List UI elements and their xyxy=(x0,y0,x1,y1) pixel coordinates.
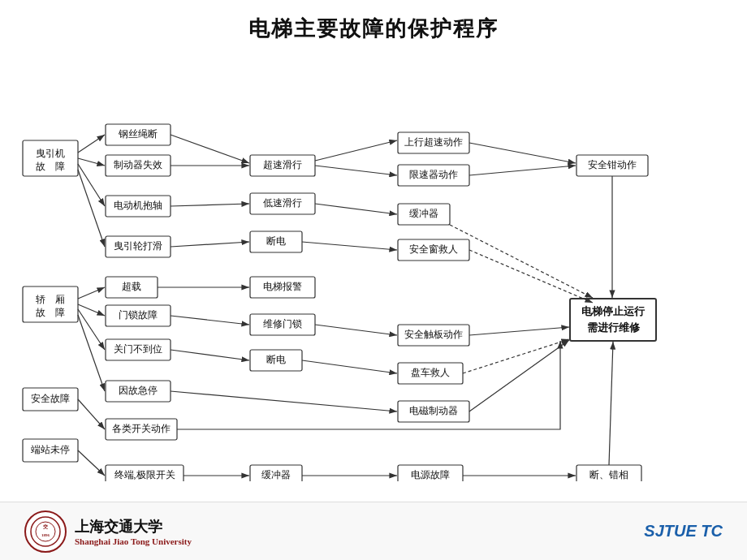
arrow-cabin-to-doorlock xyxy=(78,304,105,316)
box-low-speed: 低速滑行 xyxy=(250,193,315,214)
arrow-traction-to-wire xyxy=(78,135,105,153)
box-traction-fault: 曳引机 故 障 xyxy=(23,140,78,176)
arrow-doorlock-to-maintlock xyxy=(171,316,249,325)
box-governor: 限速器动作 xyxy=(398,165,469,186)
box-traction-slip: 曳引轮打滑 xyxy=(106,236,171,257)
box-door-not-closed: 关门不到位 xyxy=(106,339,171,360)
arrow-overspeed-to-governor xyxy=(315,166,397,175)
svg-text:1896: 1896 xyxy=(41,533,50,537)
svg-text:电梯停止运行: 电梯停止运行 xyxy=(581,305,646,317)
arrow-slip-to-powercut xyxy=(171,242,249,247)
box-terminal-stop: 端站未停 xyxy=(23,439,78,462)
svg-text:安全窗救人: 安全窗救人 xyxy=(409,243,458,255)
box-overspeed: 超速滑行 xyxy=(250,155,315,176)
logo-en-text: Shanghai Jiao Tong University xyxy=(75,536,192,546)
page: 电梯主要故障的保护程序 曳引机 故 障 轿 厢 故 障 xyxy=(0,0,747,560)
svg-text:钢丝绳断: 钢丝绳断 xyxy=(118,128,158,140)
box-brake-fail: 制动器失效 xyxy=(106,155,171,176)
arrow-safetypad-to-stop xyxy=(469,327,569,335)
svg-text:断、错相: 断、错相 xyxy=(589,469,628,480)
box-disk-car: 盘车救人 xyxy=(398,363,463,384)
arrow-buffer1-to-stop xyxy=(450,225,593,298)
svg-text:电动机抱轴: 电动机抱轴 xyxy=(114,200,162,211)
arrow-doornotclosed-to-powercut2 xyxy=(171,350,249,360)
arrow-emergencystop-to-emagbrake xyxy=(171,391,397,411)
svg-text:安全钳动作: 安全钳动作 xyxy=(588,159,637,170)
svg-text:各类开关动作: 各类开关动作 xyxy=(112,423,171,434)
box-stop-repair: 电梯停止运行 需进行维修 xyxy=(570,299,656,341)
box-emag-brake: 电磁制动器 xyxy=(398,401,469,422)
svg-text:故　障: 故 障 xyxy=(36,307,65,318)
box-wire-break: 钢丝绳断 xyxy=(106,124,171,145)
arrow-cabin-to-emergencystop xyxy=(78,315,105,391)
svg-text:断电: 断电 xyxy=(266,354,286,365)
svg-text:需进行维修: 需进行维修 xyxy=(587,321,641,334)
box-safety-fault: 安全故障 xyxy=(23,388,78,411)
box-power-cut2: 断电 xyxy=(250,350,302,371)
svg-text:安全触板动作: 安全触板动作 xyxy=(404,329,463,340)
logo-svg: 交 1896 xyxy=(29,515,62,548)
arrow-upspeed-to-clamp xyxy=(469,143,576,163)
svg-text:缓冲器: 缓冲器 xyxy=(261,469,291,480)
box-safety-window: 安全窗救人 xyxy=(398,239,469,261)
box-door-lock: 门锁故障 xyxy=(106,305,171,326)
svg-text:断电: 断电 xyxy=(266,235,286,247)
arrow-traction-to-motor xyxy=(78,164,105,206)
svg-text:超载: 超载 xyxy=(122,281,141,292)
arrow-maintlock-to-safetypad xyxy=(315,325,397,335)
box-cabin-fault: 轿 厢 故 障 xyxy=(23,286,78,322)
svg-text:电磁制动器: 电磁制动器 xyxy=(409,405,458,416)
arrow-emagbrake-to-stop xyxy=(469,340,569,411)
svg-text:制动器失效: 制动器失效 xyxy=(114,159,162,170)
arrow-safetywindow-to-stop xyxy=(469,250,593,303)
arrow-cabin-to-overload xyxy=(78,287,105,299)
arrow-lowspeed-to-buffer xyxy=(315,204,397,214)
box-power-cut1: 断电 xyxy=(250,231,302,252)
svg-text:轿　厢: 轿 厢 xyxy=(36,294,65,305)
svg-text:超速滑行: 超速滑行 xyxy=(263,159,302,170)
svg-text:关门不到位: 关门不到位 xyxy=(114,343,162,355)
logo-cn-text: 上海交通大学 xyxy=(75,517,192,536)
arrow-switch-to-stop xyxy=(177,341,560,429)
box-terminal-switch: 终端,极限开关 xyxy=(106,465,184,481)
svg-text:电梯报警: 电梯报警 xyxy=(263,281,302,292)
svg-text:电源故障: 电源故障 xyxy=(411,469,450,480)
box-emergency-stop: 因故急停 xyxy=(106,381,171,402)
box-safety-pad: 安全触板动作 xyxy=(398,325,469,346)
svg-text:门锁故障: 门锁故障 xyxy=(119,309,158,321)
diagram-svg: 曳引机 故 障 轿 厢 故 障 安全故障 端站未停 xyxy=(8,51,739,481)
svg-text:上行超速动作: 上行超速动作 xyxy=(404,136,463,148)
box-switch-action: 各类开关动作 xyxy=(106,419,177,440)
logo-text: 上海交通大学 Shanghai Jiao Tong University xyxy=(75,517,192,546)
box-safety-clamp: 安全钳动作 xyxy=(576,155,648,176)
svg-text:低速滑行: 低速滑行 xyxy=(263,197,302,209)
svg-text:维修门锁: 维修门锁 xyxy=(263,318,302,330)
svg-text:曳引机: 曳引机 xyxy=(36,148,65,159)
arrow-overspeed-to-upspeed xyxy=(315,140,397,161)
arrow-diskcar-to-stop xyxy=(463,339,569,373)
svg-text:盘车救人: 盘车救人 xyxy=(411,367,450,378)
box-phase-break: 断、错相 xyxy=(576,465,641,481)
arrow-traction-to-slip xyxy=(78,170,105,247)
box-overload: 超载 xyxy=(106,277,158,298)
logo-emblem: 交 1896 xyxy=(24,510,67,553)
diagram-area: 曳引机 故 障 轿 厢 故 障 安全故障 端站未停 xyxy=(0,51,747,502)
box-maint-lock: 维修门锁 xyxy=(250,314,315,335)
svg-text:端站未停: 端站未停 xyxy=(31,444,70,455)
footer: 交 1896 上海交通大学 Shanghai Jiao Tong Univers… xyxy=(0,502,747,560)
svg-point-68 xyxy=(31,517,60,546)
svg-text:限速器动作: 限速器动作 xyxy=(409,169,458,180)
svg-text:安全故障: 安全故障 xyxy=(31,393,70,404)
box-power-fault: 电源故障 xyxy=(398,465,463,481)
arrow-wire-to-overspeed xyxy=(171,135,249,163)
box-elevator-alarm: 电梯报警 xyxy=(250,277,315,298)
arrow-powercut2-to-diskcar xyxy=(302,360,397,373)
box-motor-jam: 电动机抱轴 xyxy=(106,196,171,217)
box-upspeed: 上行超速动作 xyxy=(398,132,469,153)
arrow-phasebreak-to-stop xyxy=(609,342,613,465)
arrow-terminal-stop-to-switch xyxy=(78,450,105,476)
arrow-motor-to-lowspeed xyxy=(171,204,249,206)
arrow-powercut1-to-safetywindow xyxy=(302,242,397,250)
arrow-safetyfault-to-switch xyxy=(78,399,105,429)
box-buffer2: 缓冲器 xyxy=(250,465,302,481)
